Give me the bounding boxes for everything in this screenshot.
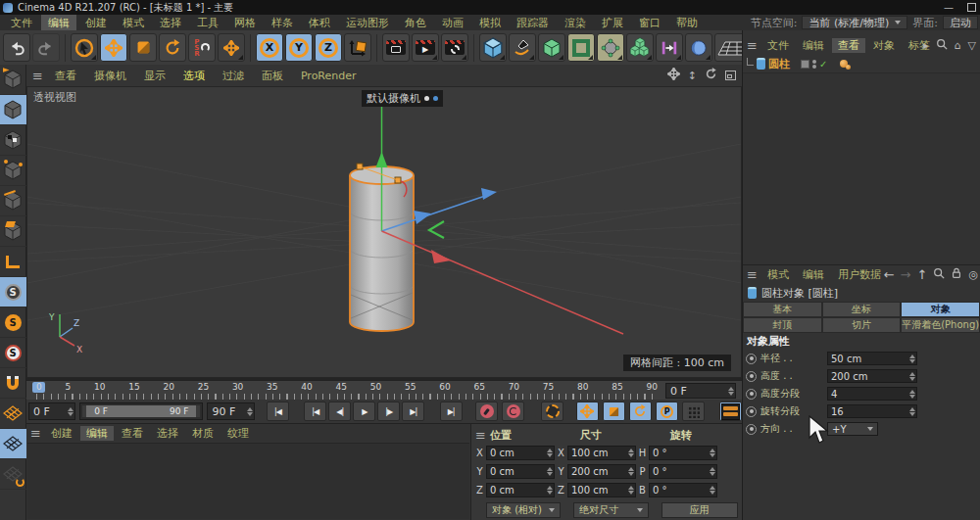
material-menu-item[interactable]: 创建 bbox=[45, 426, 78, 441]
om-menu-item[interactable]: 文件 bbox=[761, 38, 795, 53]
keyframe-circle-icon[interactable] bbox=[746, 371, 757, 382]
enabled-check-icon[interactable]: ✓ bbox=[819, 59, 827, 70]
om-menu-item[interactable]: 编辑 bbox=[797, 38, 830, 53]
record-rotation-toggle[interactable] bbox=[629, 402, 652, 421]
tab-phong[interactable]: 平滑着色(Phong) bbox=[901, 317, 980, 333]
spline-pen-button[interactable] bbox=[509, 33, 536, 62]
lock-icon[interactable] bbox=[951, 267, 962, 282]
menu-item[interactable]: 网格 bbox=[227, 15, 263, 31]
move-tool-button[interactable] bbox=[100, 33, 127, 62]
material-menu-item[interactable]: 材质 bbox=[186, 426, 220, 441]
coord-field[interactable]: 0 ° bbox=[649, 446, 717, 460]
coord-field[interactable]: 0 cm bbox=[486, 483, 555, 497]
viewport-menu-item[interactable]: 显示 bbox=[136, 68, 173, 84]
camera-link-icon[interactable] bbox=[433, 96, 438, 101]
menu-item[interactable]: 跟踪器 bbox=[510, 15, 556, 31]
add-cube-primitive-button[interactable] bbox=[479, 33, 507, 62]
range-start-handle[interactable] bbox=[82, 405, 86, 417]
orientation-dropdown[interactable]: +Y bbox=[827, 422, 878, 436]
tab-object[interactable]: 对象 bbox=[901, 302, 980, 317]
object-row-cylinder[interactable]: 圆柱 ✓ bbox=[743, 55, 980, 72]
toggle-view-layout-icon[interactable] bbox=[725, 71, 736, 80]
menu-item[interactable]: 动画 bbox=[435, 15, 470, 31]
transport-button[interactable]: |◀ bbox=[304, 402, 326, 421]
deformer-button[interactable] bbox=[597, 33, 624, 62]
menu-item[interactable]: 样条 bbox=[265, 15, 300, 31]
enable-snap-button[interactable]: S bbox=[0, 277, 26, 307]
hamburger-icon[interactable]: ≡ bbox=[32, 69, 43, 83]
history-back-icon[interactable]: ← bbox=[884, 267, 895, 282]
transport-button[interactable]: ▶| bbox=[402, 402, 424, 421]
viewport-menu-item-active[interactable]: 选项 bbox=[175, 68, 213, 84]
render-view-button[interactable] bbox=[382, 33, 410, 62]
record-scale-toggle[interactable] bbox=[603, 402, 625, 421]
layer-toggle-icon[interactable] bbox=[801, 60, 809, 69]
transport-button[interactable]: ◀| bbox=[328, 402, 351, 421]
menu-item[interactable]: 角色 bbox=[398, 15, 433, 31]
om-menu-item[interactable]: 对象 bbox=[867, 38, 901, 53]
volume-builder-button[interactable] bbox=[626, 33, 654, 62]
material-menu-item[interactable]: 选择 bbox=[151, 426, 184, 441]
menu-item[interactable]: 帮助 bbox=[669, 15, 705, 31]
rotate-tool-button[interactable] bbox=[159, 33, 186, 62]
edges-mode-button[interactable] bbox=[0, 186, 26, 216]
coord-field[interactable]: 0 cm bbox=[486, 464, 555, 479]
record-position-toggle[interactable] bbox=[576, 402, 599, 421]
polygons-mode-button[interactable] bbox=[0, 216, 26, 247]
material-list-area[interactable] bbox=[27, 443, 469, 519]
undo-button[interactable] bbox=[3, 33, 30, 62]
maximize-button[interactable] bbox=[967, 3, 976, 12]
menu-item[interactable]: 渲染 bbox=[558, 15, 593, 31]
autokeying-button[interactable] bbox=[502, 402, 524, 421]
height-segments-field[interactable]: 4 bbox=[827, 387, 917, 401]
om-menu-item-active[interactable]: 查看 bbox=[832, 38, 865, 53]
goto-start-button[interactable]: |◀ bbox=[267, 402, 289, 421]
object-tree-area[interactable] bbox=[743, 72, 980, 265]
end-frame-spinner[interactable]: 90 F bbox=[207, 402, 254, 420]
apply-button[interactable]: 应用 bbox=[662, 502, 738, 518]
subdivision-surface-button[interactable] bbox=[538, 33, 565, 62]
height-field[interactable]: 200 cm bbox=[827, 369, 917, 383]
move-tool-small-button[interactable] bbox=[218, 33, 245, 62]
model-mode-button[interactable] bbox=[0, 95, 26, 125]
coord-field[interactable]: 0 ° bbox=[649, 464, 717, 479]
extrude-generator-button[interactable] bbox=[567, 33, 595, 62]
target-icon[interactable]: ◎ bbox=[968, 268, 978, 281]
last-tool-psr-button[interactable]: PSR bbox=[188, 33, 216, 62]
current-frame-spinner[interactable]: 0 F bbox=[28, 402, 75, 420]
transport-button[interactable]: |▶ bbox=[377, 402, 400, 421]
keyframe-circle-icon[interactable] bbox=[746, 406, 757, 417]
viewport-menu-item[interactable]: ProRender bbox=[293, 69, 365, 83]
coord-field[interactable]: 200 cm bbox=[567, 464, 636, 479]
hamburger-icon[interactable]: ≡ bbox=[747, 38, 758, 53]
pan-view-icon[interactable] bbox=[667, 68, 680, 83]
render-to-picture-viewer-button[interactable]: ▶ bbox=[412, 33, 439, 62]
hamburger-icon[interactable]: ≡ bbox=[475, 428, 486, 443]
frame-display-spinner[interactable]: 0 F bbox=[665, 383, 736, 399]
transport-button[interactable]: ▶ bbox=[353, 402, 375, 421]
rotate-workplane-button[interactable] bbox=[0, 459, 26, 490]
keyframe-record-button[interactable] bbox=[475, 402, 498, 421]
convert-object-icon[interactable] bbox=[0, 65, 26, 95]
coordinate-system-button[interactable] bbox=[344, 33, 371, 62]
viewport-menu-item[interactable]: 摄像机 bbox=[86, 68, 134, 84]
redo-button[interactable] bbox=[32, 33, 60, 62]
menu-item[interactable]: 运动图形 bbox=[339, 15, 396, 31]
parent-up-icon[interactable]: ↑ bbox=[916, 267, 927, 282]
menu-item[interactable]: 体积 bbox=[302, 15, 337, 31]
menu-item[interactable]: 扩展 bbox=[595, 15, 630, 31]
coord-field[interactable]: 100 cm bbox=[567, 483, 636, 497]
coord-field[interactable]: 0 cm bbox=[486, 446, 555, 460]
phong-tag-icon[interactable] bbox=[840, 60, 848, 68]
more-menus-icon[interactable]: ▸ bbox=[923, 39, 929, 52]
z-axis-lock-button[interactable]: Z bbox=[315, 33, 342, 62]
symmetry-button[interactable] bbox=[656, 33, 683, 62]
axis-mode-button[interactable] bbox=[0, 247, 26, 277]
viewport-canvas[interactable]: Y Z X 透视视图 默认摄像机 网格间距 : 100 cm bbox=[26, 86, 742, 378]
tab-basic[interactable]: 基本 bbox=[743, 302, 822, 317]
node-space-dropdown[interactable]: 当前 (标准/物理) bbox=[802, 16, 907, 29]
history-forward-icon[interactable]: → bbox=[901, 267, 911, 282]
rotate-view-icon[interactable] bbox=[705, 68, 717, 83]
material-menu-item[interactable]: 查看 bbox=[116, 426, 149, 441]
keyframe-circle-icon[interactable] bbox=[746, 424, 757, 435]
